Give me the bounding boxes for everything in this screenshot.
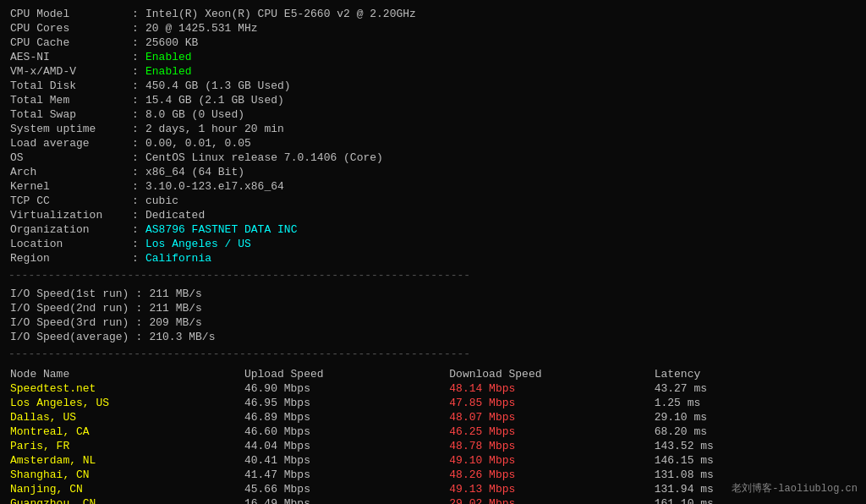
table-row: Total Swap:8.0 GB (0 Used): [8, 107, 858, 122]
info-value: Enabled: [144, 50, 858, 64]
table-row: Total Mem:15.4 GB (2.1 GB Used): [8, 93, 858, 107]
info-value: 0.00, 0.01, 0.05: [144, 136, 858, 151]
table-row: VM-x/AMD-V:Enabled: [8, 64, 858, 79]
info-label: Organization: [8, 222, 127, 237]
network-node: Los Angeles, US: [8, 396, 243, 410]
table-row: Load average:0.00, 0.01, 0.05: [8, 136, 858, 151]
info-value: 450.4 GB (1.3 GB Used): [144, 79, 858, 93]
info-separator: :: [127, 151, 144, 165]
network-latency: 143.52 ms: [653, 439, 858, 453]
network-latency: 29.10 ms: [653, 410, 858, 425]
info-value: 3.10.0-123.el7.x86_64: [144, 179, 858, 194]
table-row: Montreal, CA46.60 Mbps46.25 Mbps68.20 ms: [8, 425, 858, 439]
table-row: I/O Speed(3rd run):209 MB/s: [8, 315, 858, 330]
table-row: Paris, FR44.04 Mbps48.78 Mbps143.52 ms: [8, 439, 858, 453]
io-value: 209 MB/s: [147, 315, 858, 330]
network-upload: 46.60 Mbps: [243, 425, 447, 439]
network-upload: 46.90 Mbps: [243, 381, 447, 396]
info-value: CentOS Linux release 7.0.1406 (Core): [144, 151, 858, 165]
network-download: 46.25 Mbps: [447, 425, 652, 439]
table-row: Speedtest.net46.90 Mbps48.14 Mbps43.27 m…: [8, 381, 858, 396]
table-row: OS:CentOS Linux release 7.0.1406 (Core): [8, 151, 858, 165]
network-download: 48.26 Mbps: [447, 468, 652, 482]
table-row: Kernel:3.10.0-123.el7.x86_64: [8, 179, 858, 194]
network-latency: 131.08 ms: [653, 468, 858, 482]
table-row: CPU Model:Intel(R) Xeon(R) CPU E5-2660 v…: [8, 7, 858, 21]
table-row: Region:California: [8, 251, 858, 266]
info-label: Location: [8, 237, 127, 251]
info-label: CPU Cores: [8, 21, 127, 36]
network-node: Montreal, CA: [8, 425, 243, 439]
network-download: 48.78 Mbps: [447, 439, 652, 453]
info-separator: :: [127, 251, 144, 266]
info-separator: :: [127, 50, 144, 64]
info-value: Enabled: [144, 64, 858, 79]
io-table: I/O Speed(1st run):211 MB/sI/O Speed(2nd…: [8, 287, 858, 344]
network-header-download: Download Speed: [447, 367, 652, 381]
info-value: AS8796 FASTNET DATA INC: [144, 222, 858, 237]
info-label: Total Swap: [8, 107, 127, 122]
io-separator: :: [130, 330, 147, 344]
info-label: Total Disk: [8, 79, 127, 93]
info-value: cubic: [144, 194, 858, 208]
io-label: I/O Speed(average): [8, 330, 130, 344]
network-node: Dallas, US: [8, 410, 243, 425]
info-label: CPU Model: [8, 7, 127, 21]
table-row: CPU Cores:20 @ 1425.531 MHz: [8, 21, 858, 36]
info-separator: :: [127, 7, 144, 21]
network-header-latency: Latency: [653, 367, 858, 381]
table-row: Nanjing, CN45.66 Mbps49.13 Mbps131.94 ms: [8, 482, 858, 496]
table-row: Virtualization:Dedicated: [8, 208, 858, 222]
info-label: TCP CC: [8, 194, 127, 208]
network-upload: 44.04 Mbps: [243, 439, 447, 453]
io-separator: :: [130, 301, 147, 315]
info-separator: :: [127, 21, 144, 36]
info-label: System uptime: [8, 122, 127, 136]
info-value: Dedicated: [144, 208, 858, 222]
network-latency: 146.15 ms: [653, 453, 858, 468]
network-upload: 16.49 Mbps: [243, 496, 447, 504]
info-value: Los Angeles / US: [144, 237, 858, 251]
info-value: 20 @ 1425.531 MHz: [144, 21, 858, 36]
io-value: 211 MB/s: [147, 287, 858, 301]
table-row: Shanghai, CN41.47 Mbps48.26 Mbps131.08 m…: [8, 468, 858, 482]
info-separator: :: [127, 93, 144, 107]
network-download: 47.85 Mbps: [447, 396, 652, 410]
info-value: 25600 KB: [144, 36, 858, 50]
info-label: Region: [8, 251, 127, 266]
network-download: 29.02 Mbps: [447, 496, 652, 504]
info-separator: :: [127, 208, 144, 222]
table-row: Arch:x86_64 (64 Bit): [8, 165, 858, 179]
main-container: CPU Model:Intel(R) Xeon(R) CPU E5-2660 v…: [0, 0, 866, 504]
watermark: 老刘博客-laoliublog.cn: [732, 481, 858, 496]
info-separator: :: [127, 194, 144, 208]
network-upload: 41.47 Mbps: [243, 468, 447, 482]
network-header-upload: Upload Speed: [243, 367, 447, 381]
table-row: Total Disk:450.4 GB (1.3 GB Used): [8, 79, 858, 93]
network-node: Shanghai, CN: [8, 468, 243, 482]
table-row: I/O Speed(1st run):211 MB/s: [8, 287, 858, 301]
info-separator: :: [127, 136, 144, 151]
network-upload: 46.89 Mbps: [243, 410, 447, 425]
info-label: Kernel: [8, 179, 127, 194]
info-label: OS: [8, 151, 127, 165]
io-label: I/O Speed(3rd run): [8, 315, 130, 330]
table-row: I/O Speed(2nd run):211 MB/s: [8, 301, 858, 315]
network-upload: 40.41 Mbps: [243, 453, 447, 468]
network-node: Amsterdam, NL: [8, 453, 243, 468]
table-row: Organization:AS8796 FASTNET DATA INC: [8, 222, 858, 237]
network-download: 48.14 Mbps: [447, 381, 652, 396]
io-separator: :: [130, 287, 147, 301]
info-label: Virtualization: [8, 208, 127, 222]
info-label: AES-NI: [8, 50, 127, 64]
info-label: Load average: [8, 136, 127, 151]
network-table: Node Name Upload Speed Download Speed La…: [8, 367, 858, 504]
info-label: Arch: [8, 165, 127, 179]
io-separator: :: [130, 315, 147, 330]
info-value: 2 days, 1 hour 20 min: [144, 122, 858, 136]
info-separator: :: [127, 237, 144, 251]
divider-1: ----------------------------------------…: [8, 266, 858, 285]
network-header-node: Node Name: [8, 367, 243, 381]
table-row: CPU Cache:25600 KB: [8, 36, 858, 50]
table-row: Dallas, US46.89 Mbps48.07 Mbps29.10 ms: [8, 410, 858, 425]
